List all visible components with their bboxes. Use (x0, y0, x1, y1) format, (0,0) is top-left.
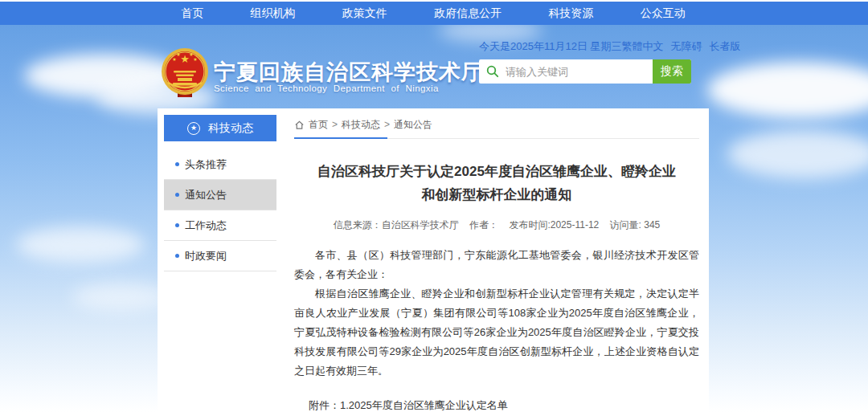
svg-text:★: ★ (176, 52, 180, 57)
article-title-line1: 自治区科技厅关于认定2025年度自治区雏鹰企业、瞪羚企业 (294, 160, 699, 183)
current-date: 今天是2025年11月12日 星期三 (479, 39, 622, 54)
cloud (727, 130, 868, 178)
page: 首页 组织机构 政策文件 政府信息公开 科技资源 公众互动 ★ ★ ★ ★ ★ … (0, 0, 868, 412)
search-bar: 搜索 (479, 59, 691, 84)
article-paragraph: 根据自治区雏鹰企业、瞪羚企业和创新型标杆企业认定管理有关规定，决定认定半亩良人农… (294, 284, 699, 381)
top-navigation-inner: 首页 组织机构 政策文件 政府信息公开 科技资源 公众互动 (158, 2, 709, 25)
content-card: ★ 科技动态 头条推荐 通知公告 工作动态 时政要闻 (158, 108, 709, 412)
nav-item-home[interactable]: 首页 (181, 6, 203, 21)
sidebar-header-label: 科技动态 (208, 121, 253, 136)
meta-publish-date: 发布时间:2025-11-12 (509, 219, 599, 230)
quick-links: 繁體中文 无障碍 长者版 (622, 39, 741, 54)
sidebar-item-work-updates[interactable]: 工作动态 (164, 210, 276, 241)
svg-text:★: ★ (172, 57, 176, 62)
article-title: 自治区科技厅关于认定2025年度自治区雏鹰企业、瞪羚企业 和创新型标杆企业的通知 (294, 160, 699, 206)
sidebar-item-label: 头条推荐 (185, 157, 227, 172)
bullet-dot-icon (175, 223, 179, 227)
cloud (16, 226, 145, 263)
top-utility-bar: 今天是2025年11月12日 星期三 繁體中文 无障碍 长者版 (479, 40, 701, 53)
sidebar-item-label: 时政要闻 (185, 249, 227, 263)
sidebar-item-notices[interactable]: 通知公告 (164, 180, 276, 210)
breadcrumb-home[interactable]: 首页 (309, 118, 328, 132)
home-icon (294, 120, 305, 130)
breadcrumb-sci-tech-news[interactable]: 科技动态 (342, 118, 380, 132)
sidebar: ★ 科技动态 头条推荐 通知公告 工作动态 时政要闻 (164, 115, 276, 271)
breadcrumb: 首页 > 科技动态 > 通知公告 (294, 115, 699, 134)
search-icon (486, 65, 499, 78)
sidebar-header-sci-tech-news[interactable]: ★ 科技动态 (164, 115, 276, 141)
sidebar-item-political-news[interactable]: 时政要闻 (164, 241, 276, 271)
bullet-dot-icon (175, 162, 179, 166)
attachments-label: 附件： (309, 397, 340, 412)
top-navigation: 首页 组织机构 政策文件 政府信息公开 科技资源 公众互动 (0, 2, 868, 25)
sidebar-item-label: 工作动态 (185, 218, 227, 233)
bullet-dot-icon (175, 193, 179, 197)
national-emblem-icon: ★ ★ ★ ★ ★ (160, 47, 210, 100)
site-logo: ★ ★ ★ ★ ★ (160, 47, 210, 100)
cloud (707, 62, 868, 118)
link-senior-version[interactable]: 长者版 (710, 39, 741, 54)
attachments: 附件： 1.2025年度自治区雏鹰企业认定名单 2.2025年度自治区瞪羚企业认… (309, 397, 699, 412)
breadcrumb-separator: > (384, 119, 390, 130)
article-paragraph: 各市、县（区）科技管理部门，宁东能源化工基地管委会，银川经济技术开发区管委会，各… (294, 246, 699, 284)
nav-item-public-interaction[interactable]: 公众互动 (641, 6, 686, 21)
sidebar-menu: 头条推荐 通知公告 工作动态 时政要闻 (164, 149, 276, 271)
article-area: 首页 > 科技动态 > 通知公告 自治区科技厅关于认定2025年度自治区雏鹰企业… (294, 115, 699, 412)
cloud (72, 283, 169, 311)
article-meta: 信息来源：自治区科学技术厅 作者： 发布时间:2025-11-12 访问量: 3… (294, 218, 699, 232)
sidebar-item-headlines[interactable]: 头条推荐 (164, 149, 276, 180)
search-input[interactable] (499, 60, 653, 83)
nav-item-policy-documents[interactable]: 政策文件 (342, 6, 387, 21)
nav-item-sci-tech-resources[interactable]: 科技资源 (548, 6, 593, 21)
search-button[interactable]: 搜索 (653, 59, 691, 84)
article-title-line2: 和创新型标杆企业的通知 (294, 183, 699, 206)
nav-item-organization[interactable]: 组织机构 (250, 6, 295, 21)
attachment-link[interactable]: 1.2025年度自治区雏鹰企业认定名单 (340, 397, 539, 412)
meta-author: 作者： (469, 219, 498, 230)
sidebar-item-label: 通知公告 (185, 188, 227, 202)
link-traditional-chinese[interactable]: 繁體中文 (622, 39, 664, 54)
nav-item-government-info[interactable]: 政府信息公开 (434, 6, 502, 21)
bullet-dot-icon (175, 254, 179, 258)
divider-accent (294, 137, 387, 139)
article-body: 各市、县（区）科技管理部门，宁东能源化工基地管委会，银川经济技术开发区管委会，各… (294, 246, 699, 381)
breadcrumb-divider (294, 137, 699, 139)
meta-visits: 访问量: 345 (610, 219, 661, 230)
site-subtitle: Science and Technology Department of Nin… (214, 84, 432, 93)
site-title: 宁夏回族自治区科学技术厅 (214, 58, 479, 87)
breadcrumb-notices[interactable]: 通知公告 (394, 118, 432, 132)
svg-text:★: ★ (193, 57, 197, 62)
svg-text:★: ★ (180, 53, 190, 65)
breadcrumb-separator: > (332, 119, 338, 130)
star-circle-icon: ★ (187, 122, 200, 135)
meta-source: 信息来源：自治区科学技术厅 (334, 219, 459, 230)
link-accessibility[interactable]: 无障碍 (671, 39, 702, 54)
attachment-list: 1.2025年度自治区雏鹰企业认定名单 2.2025年度自治区瞪羚企业认定名单 … (340, 397, 539, 412)
